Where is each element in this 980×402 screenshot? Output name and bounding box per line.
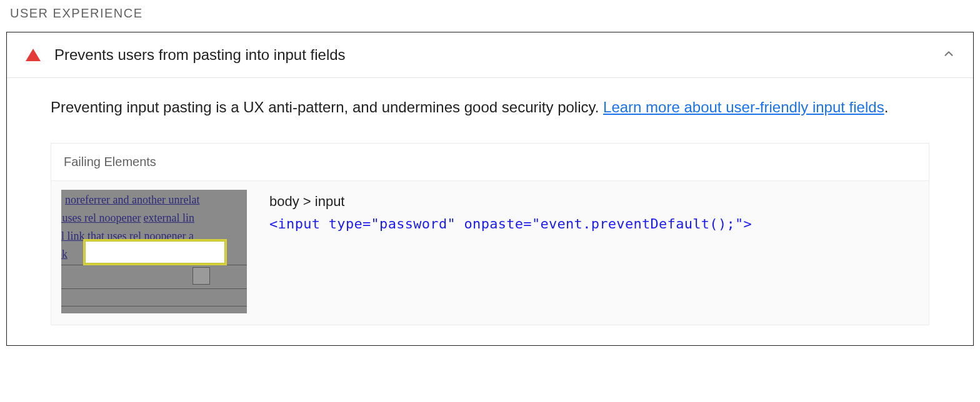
- thumb-text: t uses rel noopenerexternal lin: [61, 212, 194, 225]
- section-heading: USER EXPERIENCE: [6, 6, 974, 21]
- audit-header[interactable]: Prevents users from pasting into input f…: [7, 32, 973, 77]
- chevron-up-icon: [942, 47, 956, 63]
- failing-element-row: noreferrer and another unrelat t uses re…: [51, 180, 929, 325]
- description-period: .: [884, 99, 889, 115]
- thumb-text: noreferrer and another unrelat: [65, 194, 199, 207]
- element-details: body > input <input type="password" onpa…: [269, 190, 919, 232]
- broken-image-icon: [192, 267, 210, 285]
- audit-title: Prevents users from pasting into input f…: [54, 46, 928, 64]
- failing-elements-header: Failing Elements: [51, 144, 929, 180]
- thumb-text: ok: [61, 248, 68, 261]
- failing-elements-panel: Failing Elements noreferrer and another …: [51, 143, 929, 325]
- audit-body: Preventing input pasting is a UX anti-pa…: [7, 78, 973, 345]
- thumb-highlighted-input: [83, 239, 227, 265]
- audit-card: Prevents users from pasting into input f…: [6, 32, 974, 346]
- element-screenshot-thumbnail: noreferrer and another unrelat t uses re…: [61, 190, 247, 313]
- audit-description: Preventing input pasting is a UX anti-pa…: [51, 96, 929, 119]
- thumb-rule: [61, 306, 247, 306]
- thumb-text-part: external lin: [143, 212, 194, 224]
- alert-triangle-icon: [26, 49, 41, 61]
- element-selector-path: body > input: [269, 194, 919, 210]
- description-text: Preventing input pasting is a UX anti-pa…: [51, 99, 603, 115]
- thumb-text-part: t uses rel noopener: [61, 212, 141, 224]
- learn-more-link[interactable]: Learn more about user-friendly input fie…: [603, 99, 884, 115]
- thumb-rule: [61, 288, 247, 289]
- element-code-snippet: <input type="password" onpaste="event.pr…: [269, 216, 919, 232]
